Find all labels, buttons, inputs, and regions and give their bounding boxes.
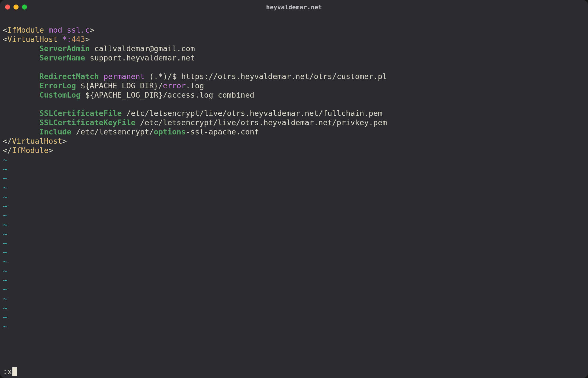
vim-tilde: ~: [3, 155, 585, 165]
code-text: /etc/letsencrypt/: [76, 127, 154, 136]
titlebar: heyvaldemar.net: [0, 0, 588, 14]
minimize-icon[interactable]: [14, 4, 19, 10]
code-text: <: [3, 26, 7, 34]
editor-content[interactable]: <IfModule mod_ssl.c> <VirtualHost *:443>…: [3, 16, 585, 155]
code-text: ${APACHE_LOG_DIR}/: [80, 81, 163, 90]
code-text: CustomLog: [39, 91, 80, 99]
indent: [3, 109, 39, 118]
traffic-lights: [5, 4, 27, 10]
code-text: >: [62, 137, 67, 145]
code-text: support.heyvaldemar.net: [90, 53, 195, 62]
indent: [3, 53, 39, 62]
code-text: >: [85, 35, 90, 44]
vim-tildes: ~~~~~~~~~~~~~~~~~~~: [3, 155, 585, 367]
code-text: permanent: [104, 72, 145, 81]
code-text: -ssl-apache.conf: [186, 127, 259, 136]
code-text: ServerName: [39, 53, 85, 62]
code-text: RedirectMatch: [39, 72, 99, 81]
code-text: ErrorLog: [39, 81, 76, 90]
vim-tilde: ~: [3, 220, 585, 230]
vim-tilde: ~: [3, 174, 585, 183]
terminal-window: heyvaldemar.net <IfModule mod_ssl.c> <Vi…: [0, 0, 588, 378]
terminal-viewport[interactable]: <IfModule mod_ssl.c> <VirtualHost *:443>…: [0, 14, 588, 378]
code-text: ServerAdmin: [39, 44, 90, 53]
vim-tilde: ~: [3, 322, 585, 331]
vim-tilde: ~: [3, 202, 585, 211]
vim-tilde: ~: [3, 285, 585, 294]
vim-tilde: ~: [3, 313, 585, 322]
vim-tilde: ~: [3, 192, 585, 202]
code-text: >: [90, 26, 94, 34]
code-text: mod_ssl.c: [49, 26, 90, 34]
code-text: (.*)/$ https://otrs.heyvaldemar.net/otrs…: [149, 72, 387, 81]
indent: [3, 91, 39, 99]
code-text: callvaldemar@gmail.com: [94, 44, 195, 53]
indent: [3, 72, 39, 81]
vim-tilde: ~: [3, 183, 585, 192]
code-text: ${APACHE_LOG_DIR}/access.log combined: [85, 91, 254, 99]
code-text: *:: [62, 35, 71, 44]
command-text: :x: [3, 367, 12, 376]
vim-tilde: ~: [3, 211, 585, 220]
indent: [3, 118, 39, 127]
code-text: >: [49, 146, 53, 155]
vim-tilde: ~: [3, 248, 585, 257]
vim-tilde: ~: [3, 239, 585, 248]
window-title: heyvaldemar.net: [0, 4, 588, 11]
indent: [3, 127, 39, 136]
close-icon[interactable]: [5, 4, 10, 10]
code-text: IfModule: [12, 146, 49, 155]
cursor-icon: [12, 367, 17, 376]
vim-tilde: ~: [3, 165, 585, 174]
vim-tilde: ~: [3, 276, 585, 285]
code-text: VirtualHost: [7, 35, 58, 44]
code-text: 443: [71, 35, 85, 44]
code-text: /etc/letsencrypt/live/otrs.heyvaldemar.n…: [140, 118, 387, 127]
code-text: </: [3, 137, 12, 145]
code-text: IfModule: [7, 26, 44, 34]
code-text: SSLCertificateKeyFile: [39, 118, 135, 127]
vim-tilde: ~: [3, 294, 585, 303]
zoom-icon[interactable]: [22, 4, 27, 10]
code-text: </: [3, 146, 12, 155]
code-text: error: [163, 81, 186, 90]
code-text: .log: [186, 81, 204, 90]
vim-tilde: ~: [3, 257, 585, 266]
vim-command-line[interactable]: :x: [3, 367, 585, 376]
code-text: <: [3, 35, 7, 44]
indent: [3, 81, 39, 90]
code-text: Include: [39, 127, 71, 136]
indent: [3, 44, 39, 53]
code-text: VirtualHost: [12, 137, 62, 145]
vim-tilde: ~: [3, 303, 585, 313]
vim-tilde: ~: [3, 266, 585, 276]
vim-tilde: ~: [3, 230, 585, 239]
code-text: /etc/letsencrypt/live/otrs.heyvaldemar.n…: [126, 109, 382, 118]
code-text: options: [154, 127, 186, 136]
code-text: SSLCertificateFile: [39, 109, 122, 118]
